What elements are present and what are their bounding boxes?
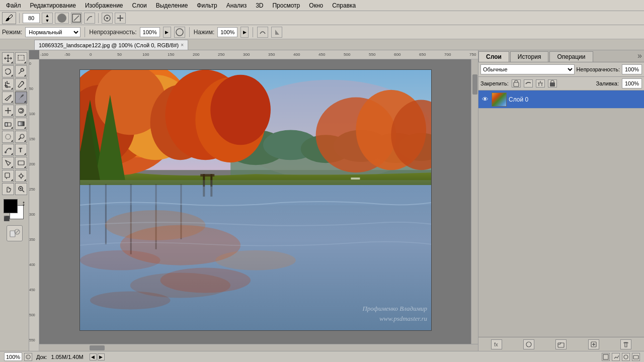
brush-tool-options-btn[interactable]: 🖌: [2, 12, 16, 24]
lock-all-btn[interactable]: [548, 79, 557, 87]
add-mask-btn[interactable]: [523, 339, 534, 349]
v-scrollbar-thumb[interactable]: [472, 74, 477, 95]
brush-tool[interactable]: [15, 92, 27, 104]
eyedropper-tool[interactable]: [15, 78, 27, 90]
zoom-input[interactable]: [4, 352, 22, 361]
move-tool[interactable]: [2, 52, 14, 64]
tool-row-9: [2, 157, 27, 169]
shape-tool[interactable]: [15, 157, 27, 169]
dodge-tool[interactable]: [15, 131, 27, 143]
status-nav-left[interactable]: ◀: [90, 353, 97, 360]
ruler-v-450: 450: [29, 288, 35, 292]
healing-brush-tool[interactable]: [2, 92, 14, 104]
status-btn-1[interactable]: [602, 353, 610, 361]
delete-layer-btn[interactable]: [620, 339, 631, 349]
mode-select[interactable]: Нормальный: [25, 27, 80, 37]
menu-analysis[interactable]: Анализ: [222, 1, 251, 10]
photo-canvas[interactable]: Профименко Владимир www.psdmaster.ru: [79, 69, 432, 331]
canvas-scrollbar-h[interactable]: [39, 344, 478, 351]
brush-picker-btn[interactable]: [55, 13, 69, 24]
history-brush-tool[interactable]: [15, 105, 27, 117]
hand-tool[interactable]: [2, 183, 14, 195]
tab-history[interactable]: История: [510, 51, 549, 62]
add-style-btn[interactable]: fx: [491, 339, 502, 349]
fill-value-input[interactable]: [622, 78, 642, 88]
tablet-size-btn[interactable]: [271, 27, 282, 38]
menu-help[interactable]: Справка: [328, 1, 360, 10]
switch-colors-btn[interactable]: ↕: [22, 199, 26, 207]
layer-item-0[interactable]: 👁 Слой 0: [478, 90, 644, 109]
brush-size-input[interactable]: [23, 13, 40, 23]
selection-tool[interactable]: [15, 52, 27, 64]
airbrush-toggle[interactable]: [84, 13, 95, 24]
doc-size-value: 1.05М/1.40М: [51, 354, 84, 360]
opacity-value-input[interactable]: [622, 64, 642, 74]
tab-operations[interactable]: Операции: [549, 51, 593, 62]
zoom-tool[interactable]: [15, 183, 27, 195]
lock-image-btn[interactable]: [524, 79, 533, 87]
clone-stamp-btn[interactable]: [102, 13, 113, 24]
menu-view[interactable]: Просмотр: [268, 1, 304, 10]
tab-layers[interactable]: Слои: [478, 51, 509, 62]
layer-visibility-eye[interactable]: 👁: [480, 95, 490, 104]
menu-3d[interactable]: 3D: [252, 1, 267, 10]
tablet-pressure-btn[interactable]: [257, 27, 268, 38]
status-btn-4[interactable]: [632, 353, 640, 361]
crop-tool[interactable]: [2, 78, 14, 90]
status-nav-right[interactable]: ▶: [98, 353, 105, 360]
eraser-tool[interactable]: [2, 118, 14, 130]
menu-file[interactable]: Файл: [2, 1, 25, 10]
brush-size-increase[interactable]: ▲▼: [42, 13, 53, 24]
layers-controls: Обычные Непрозрачность:: [478, 62, 644, 77]
ruler-v-250: 250: [29, 188, 35, 191]
select-path-tool[interactable]: [2, 157, 14, 169]
lasso-tool[interactable]: [2, 65, 14, 77]
status-btn-3[interactable]: [622, 353, 630, 361]
canvas-scrollbar-v[interactable]: [471, 59, 478, 344]
type-tool[interactable]: T: [15, 144, 27, 156]
status-nav: ◀ ▶: [90, 353, 105, 360]
clone-stamp-tool[interactable]: [2, 105, 14, 117]
gradient-tool[interactable]: [15, 118, 27, 130]
magic-wand-tool[interactable]: [15, 65, 27, 77]
menu-select[interactable]: Выделение: [152, 1, 192, 10]
menu-layer[interactable]: Слои: [128, 1, 151, 10]
menu-image[interactable]: Изображение: [81, 1, 127, 10]
h-scrollbar-thumb[interactable]: [90, 345, 105, 350]
lock-transparent-btn[interactable]: [512, 79, 521, 87]
svg-point-62: [80, 250, 160, 270]
quick-mask-btn[interactable]: [7, 225, 23, 241]
press-inc[interactable]: ▶: [240, 27, 249, 38]
opacity-inc[interactable]: ▶: [163, 27, 171, 38]
panel-collapse-btn[interactable]: »: [637, 51, 642, 60]
statusbar: i Док: 1.05М/1.40М ◀ ▶: [0, 351, 644, 362]
svg-rect-67: [514, 82, 519, 86]
brush-mode-btn[interactable]: [71, 13, 82, 24]
zoom-info-btn[interactable]: i: [24, 353, 32, 361]
eyedropper-tool2[interactable]: [15, 170, 27, 182]
heal-tool-btn[interactable]: [115, 13, 126, 24]
annotation-tool[interactable]: [2, 170, 14, 182]
blur-tool[interactable]: [2, 131, 14, 143]
foreground-color-swatch[interactable]: [4, 199, 18, 213]
blend-mode-select[interactable]: Обычные: [480, 64, 575, 74]
press-label: Нажим:: [194, 29, 215, 36]
path-tool[interactable]: [2, 144, 14, 156]
new-group-btn[interactable]: [555, 339, 567, 349]
airbrush-toggle2[interactable]: [174, 27, 185, 38]
ruler-h-300: 300: [243, 52, 250, 57]
ruler-left: 0 50 100 150 200 250 300 350 400 450 500…: [29, 59, 39, 351]
reset-colors-btn[interactable]: ⬛: [4, 216, 10, 221]
doc-tab-active[interactable]: 10869325_landscape122.jpg @ 100% (Слой 0…: [34, 40, 188, 50]
canvas-area[interactable]: -100 -50 0 50 100 150 200 250 300 350 40…: [29, 50, 478, 351]
svg-point-64: [90, 291, 171, 309]
lock-position-btn[interactable]: [536, 79, 545, 87]
menu-edit[interactable]: Редактирование: [26, 1, 80, 10]
new-layer-btn[interactable]: [588, 339, 599, 349]
doc-tab-close[interactable]: ×: [181, 42, 184, 48]
opacity-input[interactable]: [140, 27, 160, 37]
menu-filter[interactable]: Фильтр: [193, 1, 221, 10]
menu-window[interactable]: Окно: [305, 1, 327, 10]
press-input[interactable]: [217, 27, 237, 37]
status-btn-2[interactable]: [612, 353, 620, 361]
